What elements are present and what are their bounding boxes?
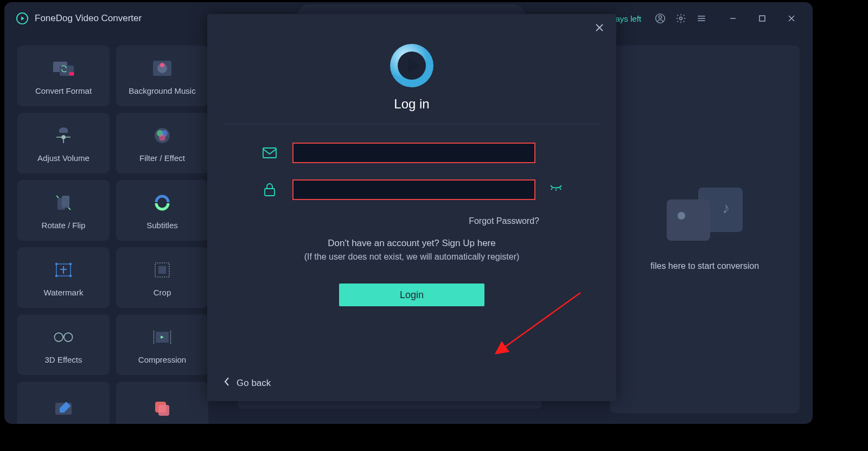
tool-extra-2[interactable] <box>116 382 208 424</box>
tool-label: Watermark <box>44 288 84 297</box>
minimize-icon[interactable] <box>724 9 742 28</box>
email-row <box>224 143 600 163</box>
app-title: FoneDog Video Converter <box>35 13 142 24</box>
svg-rect-4 <box>760 16 765 21</box>
modal-logo-icon <box>388 42 435 89</box>
app-logo-icon <box>16 12 28 24</box>
tool-label: Subtitles <box>146 221 178 230</box>
email-input[interactable] <box>292 143 535 163</box>
maximize-icon[interactable] <box>753 9 771 28</box>
svg-point-3 <box>680 17 682 20</box>
compression-icon <box>151 326 174 349</box>
tool-crop[interactable]: Crop <box>116 247 208 308</box>
adjust-volume-icon <box>52 124 75 147</box>
lock-icon <box>261 183 278 197</box>
rotate-flip-icon <box>52 191 75 214</box>
filter-effect-icon <box>151 124 174 147</box>
svg-point-20 <box>70 263 72 265</box>
crop-icon <box>151 259 174 281</box>
password-row <box>224 179 600 200</box>
svg-point-21 <box>56 275 58 276</box>
svg-point-10 <box>160 63 164 67</box>
tool-convert-format[interactable]: Convert Format <box>17 46 110 106</box>
tool-label: Crop <box>154 288 171 297</box>
tool-adjust-volume[interactable]: Adjust Volume <box>17 113 110 173</box>
email-icon <box>261 147 278 158</box>
svg-point-26 <box>64 333 73 342</box>
subtitles-icon <box>151 191 174 214</box>
stack-icon <box>151 397 174 420</box>
drop-zone-text: files here to start conversion <box>650 261 759 271</box>
login-modal: Log in Forgot Password? Don't have an ac… <box>207 14 616 401</box>
settings-icon[interactable] <box>672 9 690 28</box>
tool-label: Adjust Volume <box>37 153 90 163</box>
tool-label: Filter / Effect <box>139 153 185 163</box>
close-icon[interactable] <box>595 22 604 36</box>
tool-watermark[interactable]: Watermark <box>17 247 110 308</box>
tool-background-music[interactable]: Background Music <box>116 46 208 106</box>
tool-label: Compression <box>138 355 186 364</box>
watermark-icon <box>52 259 75 281</box>
tool-3d-effects[interactable]: 3D Effects <box>17 314 110 375</box>
tool-label: 3D Effects <box>45 355 82 364</box>
svg-rect-24 <box>158 266 166 274</box>
svg-point-19 <box>56 263 58 265</box>
forgot-password-link[interactable]: Forgot Password? <box>224 216 600 226</box>
tool-label: Convert Format <box>35 86 92 95</box>
menu-icon[interactable] <box>692 9 711 28</box>
svg-rect-34 <box>265 189 275 196</box>
show-password-icon[interactable] <box>550 184 563 195</box>
drop-zone[interactable]: ♪ files here to start conversion <box>610 46 800 413</box>
auto-register-text: (If the user does not exist, we will aut… <box>224 252 600 262</box>
go-back-button[interactable]: Go back <box>224 377 271 389</box>
svg-rect-30 <box>158 405 169 416</box>
signup-text[interactable]: Don't have an account yet? Sign Up here <box>224 238 600 249</box>
drop-zone-graphic-icon: ♪ <box>667 188 743 247</box>
3d-effects-icon <box>52 326 75 349</box>
tool-subtitles[interactable]: Subtitles <box>116 180 208 241</box>
account-icon[interactable] <box>651 9 669 28</box>
go-back-label: Go back <box>237 378 271 389</box>
svg-rect-7 <box>69 72 74 75</box>
tool-grid: Convert Format Background Music Adjust V… <box>17 46 208 413</box>
tool-compression[interactable]: Compression <box>116 314 208 375</box>
svg-point-22 <box>70 275 72 276</box>
convert-format-icon <box>52 57 75 80</box>
tool-extra-1[interactable] <box>17 382 110 424</box>
svg-rect-33 <box>263 148 276 158</box>
divider <box>224 124 600 124</box>
chevron-left-icon <box>224 377 230 389</box>
background-music-icon <box>151 57 174 80</box>
svg-point-11 <box>62 136 65 139</box>
svg-point-15 <box>159 134 165 141</box>
edit-note-icon <box>52 397 75 420</box>
tool-filter-effect[interactable]: Filter / Effect <box>116 113 208 173</box>
tool-label: Rotate / Flip <box>42 221 86 230</box>
svg-point-25 <box>54 333 63 342</box>
svg-point-2 <box>659 16 661 18</box>
close-window-icon[interactable] <box>782 9 801 28</box>
login-button[interactable]: Login <box>339 284 484 306</box>
modal-title: Log in <box>224 96 600 112</box>
password-input[interactable] <box>292 179 535 200</box>
tool-rotate-flip[interactable]: Rotate / Flip <box>17 180 110 241</box>
tool-label: Background Music <box>129 86 195 95</box>
svg-rect-17 <box>62 196 69 208</box>
